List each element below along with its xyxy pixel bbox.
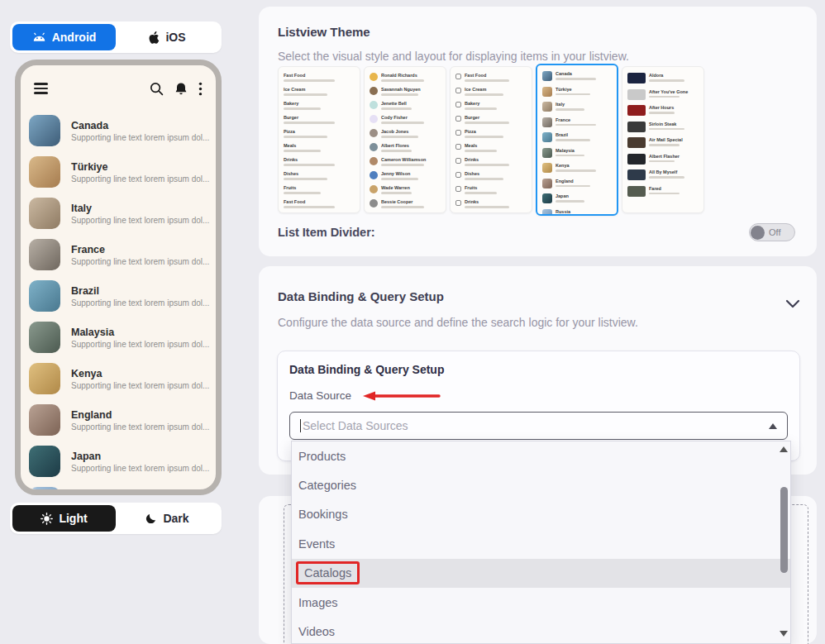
mini-thumb [542,193,552,203]
mini-title: Bessie Cooper [381,199,441,204]
theme-mini-row: Bessie Cooper [370,199,441,208]
theme-mini-row: Burger [284,115,355,124]
light-mode-tab[interactable]: Light [12,505,116,532]
phone-list-item[interactable]: TürkiyeSupporting line text lorem ipsum … [21,151,216,193]
search-icon[interactable] [150,82,164,96]
theme-mini-row: Fruits [455,185,527,194]
mini-title: Aldora [649,73,699,78]
dark-mode-tab[interactable]: Dark [116,505,219,532]
phone-list-item[interactable]: EnglandSupporting line text lorem ipsum … [21,399,216,441]
phone-list-item[interactable]: KenyaSupporting line text lorem ipsum do… [21,358,216,399]
mini-thumb [627,122,646,132]
phone-list-item[interactable]: Russia [21,482,216,495]
theme-card-icon-list[interactable]: Fast FoodIce CreamBakeryBurgerPizzaMeals… [450,66,532,213]
theme-mini-row: Air Mail Special [627,137,699,148]
ios-tab[interactable]: iOS [116,24,219,50]
mini-thumb [627,154,646,165]
mini-thumb [627,105,646,116]
theme-mini-row: Drinks [455,199,527,208]
theme-mini-row: Meals [455,143,527,152]
mini-thumb [627,73,646,83]
item-photo [29,198,60,229]
theme-mini-row: Bakery [455,101,527,110]
mini-title: Bakery [284,101,355,106]
mini-title: Albert Flasher [649,154,699,159]
phone-list-item[interactable]: JapanSupporting line text lorem ipsum do… [21,441,216,482]
dropdown-option-events[interactable]: Events [292,529,790,558]
dropdown-option-images[interactable]: Images [292,588,790,617]
theme-card-media-dark-list[interactable]: AldoraAfter You've GoneAfter HoursSirloi… [622,66,704,213]
highlighted-option-annotation: Catalogs [296,561,360,584]
dropdown-options: ProductsCategoriesBookingsEventsCatalogs… [292,441,790,644]
theme-mini-row: Brazil [542,132,612,142]
mini-thumb [542,102,552,112]
theme-mini-row: France [542,117,612,127]
mini-title: Drinks [465,157,527,162]
theme-mini-row: Pizza [284,129,355,138]
scrollbar-thumb[interactable] [780,487,788,573]
mini-thumb [370,129,378,137]
list-item-divider-toggle[interactable]: Off [749,223,795,241]
theme-card-image-list[interactable]: CanadaTürkiyeItalyFranceBrazilMalaysiaKe… [536,64,618,216]
toggle-knob [751,226,765,240]
menu-icon[interactable] [34,83,48,94]
theme-mini-row: After Hours [627,105,699,116]
item-title: England [71,409,209,421]
data-source-select[interactable]: Select Data Sources [289,412,788,440]
scroll-up-icon[interactable] [780,446,788,452]
bell-icon[interactable] [174,82,188,96]
phone-list-item[interactable]: CanadaSupporting line text lorem ipsum d… [21,110,216,151]
phone-preview: CanadaSupporting line text lorem ipsum d… [15,60,222,495]
theme-mini-row: Japan [542,193,612,203]
listview-theme-panel: Listview Theme Select the visual style a… [259,7,817,256]
chevron-down-icon[interactable] [785,299,800,309]
item-photo [29,280,60,312]
item-title: Japan [71,451,209,462]
mini-title: Fast Food [284,199,355,204]
item-subtitle: Supporting line text lorem ipsum dol... [71,422,209,432]
phone-list-item[interactable]: FranceSupporting line text lorem ipsum d… [21,234,216,275]
theme-mini-row: Drinks [455,157,527,166]
mini-title: Cameron Williamson [381,157,441,162]
scroll-down-icon[interactable] [780,631,788,637]
dropdown-scrollbar[interactable] [777,441,790,643]
dropdown-option-bookings[interactable]: Bookings [292,500,790,529]
mini-title: Albert Flores [381,143,441,148]
mini-title: Wade Warren [381,185,441,190]
theme-mini-row: Albert Flasher [627,154,699,165]
android-tab[interactable]: Android [12,24,116,50]
theme-card-text-list[interactable]: Fast FoodIce CreamBakeryBurgerPizzaMeals… [278,66,360,213]
toggle-state-label: Off [769,227,780,237]
theme-mini-row: Jenny Wilson [370,171,441,180]
sun-icon [41,513,53,525]
theme-mini-row: All By Myself [627,169,699,180]
item-photo [29,115,60,146]
mini-title: After Hours [649,105,699,110]
theme-mini-row: Fruits [284,185,355,194]
dropdown-option-videos[interactable]: Videos [292,617,790,644]
mini-thumb [542,148,552,158]
mini-title: Dishes [284,171,355,176]
phone-list-item[interactable]: MalaysiaSupporting line text lorem ipsum… [21,317,216,358]
select-collapse-arrow[interactable] [769,423,777,429]
mini-title: Fast Food [284,73,355,78]
item-subtitle: Supporting line text lorem ipsum dol... [71,298,209,308]
phone-list-item[interactable]: ItalySupporting line text lorem ipsum do… [21,193,216,234]
mini-title: Türkiye [556,87,612,92]
mini-title: After You've Gone [649,89,699,94]
phone-list-item[interactable]: BrazilSupporting line text lorem ipsum d… [21,275,216,317]
ios-label: iOS [165,31,185,44]
theme-mini-row: Cameron Williamson [370,157,441,166]
dropdown-option-products[interactable]: Products [292,441,790,470]
red-arrow-annotation [363,391,442,401]
mini-title: Malaysia [556,148,612,153]
item-title: Kenya [71,368,209,379]
item-subtitle: Supporting line text lorem ipsum dol... [71,257,209,266]
dropdown-option-catalogs[interactable]: Catalogs [292,559,790,588]
dropdown-option-categories[interactable]: Categories [292,470,790,499]
kebab-menu-icon[interactable] [198,82,203,96]
theme-card-avatar-list[interactable]: Ronald RichardsSavannah NguyenJenette Be… [364,66,446,213]
mini-thumb [455,186,461,192]
mini-title: Cody Fisher [381,115,441,120]
moon-icon [145,513,157,524]
